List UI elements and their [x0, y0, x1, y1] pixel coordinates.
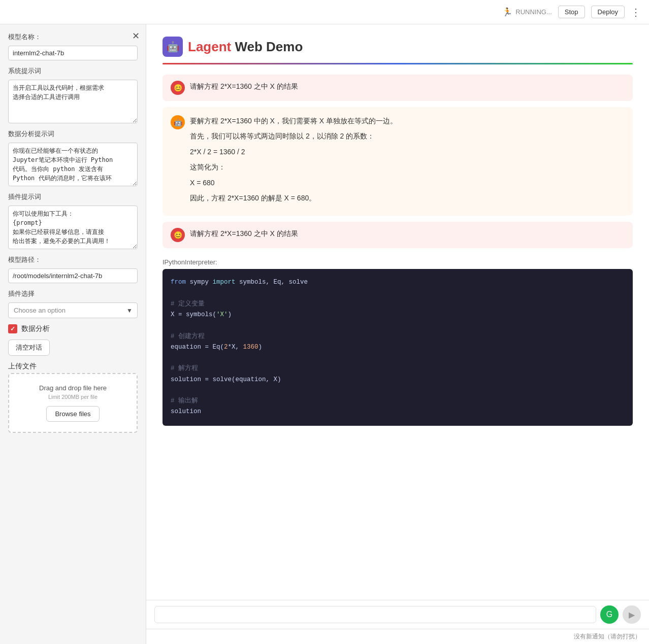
- upload-section: 上传文件 Drag and drop file here Limit 200MB…: [8, 362, 138, 433]
- plugin-select-wrapper: Choose an option ▼: [8, 302, 138, 318]
- app-logo-icon: 🤖: [163, 37, 183, 57]
- plugin-prompt-label: 插件提示词: [8, 192, 138, 201]
- plugin-prompt-textarea[interactable]: 你可以使用如下工具： {prompt} 如果你已经获得足够信息，请直接 给出答案…: [8, 206, 138, 249]
- assistant-para-6: 因此，方程 2*X=1360 的解是 X = 680。: [190, 192, 625, 204]
- chat-area: 🤖 Lagent Web Demo 😊 请解方程 2*X=1360 之中 X 的…: [146, 24, 649, 600]
- system-prompt-label: 系统提示词: [8, 66, 138, 76]
- app-title-lagent: Lagent: [188, 39, 231, 54]
- app-title-bar: 🤖 Lagent Web Demo: [163, 37, 633, 57]
- code-comment-1: # 定义变量: [171, 300, 205, 308]
- plugin-select-label: 插件选择: [8, 289, 138, 298]
- system-prompt-textarea[interactable]: 当开启工具以及代码时，根据需求 选择合适的工具进行调用: [8, 80, 138, 123]
- plugin-select[interactable]: Choose an option: [8, 302, 138, 318]
- send-button[interactable]: ▶: [623, 605, 641, 624]
- clear-conversation-button[interactable]: 清空对话: [8, 340, 50, 356]
- gemini-icon-button[interactable]: G: [600, 605, 619, 624]
- chat-input-bar: G ▶: [146, 600, 649, 629]
- browse-files-button[interactable]: Browse files: [46, 406, 99, 422]
- data-analysis-prompt-textarea[interactable]: 你现在已经能够在一个有状态的 Jupyter笔记本环境中运行 Python 代码…: [8, 143, 138, 186]
- code-import: import: [213, 279, 236, 286]
- app-title-rest: Web Demo: [231, 39, 303, 54]
- data-analysis-row: 数据分析: [8, 324, 138, 333]
- tool-call-label: IPythonInterpreter:: [163, 258, 633, 266]
- sidebar: ✕ 模型名称： 系统提示词 当开启工具以及代码时，根据需求 选择合适的工具进行调…: [0, 24, 146, 644]
- code-from: from: [171, 279, 186, 286]
- message-assistant-1: 🤖 要解方程 2*X=1360 中的 X，我们需要将 X 单独放在等式的一边。 …: [163, 107, 633, 216]
- main-content: 🤖 Lagent Web Demo 😊 请解方程 2*X=1360 之中 X 的…: [146, 24, 649, 644]
- plugin-select-section: 插件选择 Choose an option ▼: [8, 289, 138, 318]
- tool-call-section: IPythonInterpreter: from sympy import sy…: [163, 258, 633, 425]
- bottom-notification: 没有新通知（请勿打扰）: [146, 629, 649, 644]
- message-user-1: 😊 请解方程 2*X=1360 之中 X 的结果: [163, 75, 633, 101]
- app-title-divider: [163, 63, 633, 64]
- assistant-para-1: 要解方程 2*X=1360 中的 X，我们需要将 X 单独放在等式的一边。: [190, 115, 625, 126]
- chat-input[interactable]: [154, 606, 596, 623]
- model-name-label: 模型名称：: [8, 32, 138, 42]
- user-avatar-1: 😊: [171, 81, 185, 95]
- system-prompt-section: 系统提示词 当开启工具以及代码时，根据需求 选择合适的工具进行调用: [8, 66, 138, 123]
- topbar: 🏃 RUNNING... Stop Deploy ⋮: [0, 0, 649, 24]
- assistant-para-3: 2*X / 2 = 1360 / 2: [190, 146, 625, 157]
- model-path-section: 模型路径：: [8, 255, 138, 283]
- running-icon: 🏃: [502, 7, 512, 17]
- model-path-label: 模型路径：: [8, 255, 138, 264]
- running-label: RUNNING...: [515, 8, 552, 16]
- code-string-1: 'X': [216, 311, 228, 318]
- user-avatar-2: 😊: [171, 228, 185, 242]
- code-number-2: 1360: [243, 344, 258, 351]
- data-analysis-prompt-section: 数据分析提示词 你现在已经能够在一个有状态的 Jupyter笔记本环境中运行 P…: [8, 129, 138, 186]
- stop-button[interactable]: Stop: [558, 6, 585, 18]
- assistant-avatar-1: 🤖: [171, 115, 185, 129]
- user-message-text-1: 请解方程 2*X=1360 之中 X 的结果: [190, 81, 298, 92]
- message-user-2: 😊 请解方程 2*X=1360 之中 X 的结果: [163, 222, 633, 248]
- data-analysis-checkbox-label: 数据分析: [21, 324, 50, 333]
- code-comment-4: # 输出解: [171, 397, 198, 404]
- data-analysis-checkbox[interactable]: [8, 324, 17, 333]
- user-message-text-2: 请解方程 2*X=1360 之中 X 的结果: [190, 228, 298, 239]
- main-layout: ✕ 模型名称： 系统提示词 当开启工具以及代码时，根据需求 选择合适的工具进行调…: [0, 24, 649, 644]
- upload-dropzone[interactable]: Drag and drop file here Limit 200MB per …: [8, 373, 138, 433]
- data-analysis-prompt-label: 数据分析提示词: [8, 129, 138, 139]
- assistant-para-4: 这简化为：: [190, 161, 625, 173]
- app-title: Lagent Web Demo: [188, 39, 303, 55]
- code-block: from sympy import symbols, Eq, solve # 定…: [163, 269, 633, 425]
- model-path-input[interactable]: [8, 268, 138, 283]
- sidebar-close-button[interactable]: ✕: [132, 30, 140, 42]
- menu-button[interactable]: ⋮: [631, 6, 641, 18]
- assistant-para-5: X = 680: [190, 177, 625, 188]
- assistant-para-2: 首先，我们可以将等式两边同时除以 2，以消除 2 的系数：: [190, 130, 625, 142]
- code-number-1: 2: [224, 344, 228, 351]
- upload-limit-text: Limit 200MB per file: [19, 394, 126, 400]
- code-comment-3: # 解方程: [171, 365, 198, 372]
- code-comment-2: # 创建方程: [171, 333, 205, 340]
- notification-text: 没有新通知（请勿打扰）: [574, 633, 641, 640]
- assistant-content-1: 要解方程 2*X=1360 中的 X，我们需要将 X 单独放在等式的一边。 首先…: [190, 115, 625, 208]
- deploy-button[interactable]: Deploy: [591, 6, 625, 18]
- assistant-inner-1: 🤖 要解方程 2*X=1360 中的 X，我们需要将 X 单独放在等式的一边。 …: [171, 115, 625, 208]
- model-name-section: 模型名称：: [8, 32, 138, 60]
- upload-drag-text: Drag and drop file here: [19, 384, 126, 392]
- running-status: 🏃 RUNNING...: [502, 7, 552, 17]
- plugin-prompt-section: 插件提示词 你可以使用如下工具： {prompt} 如果你已经获得足够信息，请直…: [8, 192, 138, 249]
- upload-label: 上传文件: [8, 362, 138, 371]
- model-name-input[interactable]: [8, 46, 138, 60]
